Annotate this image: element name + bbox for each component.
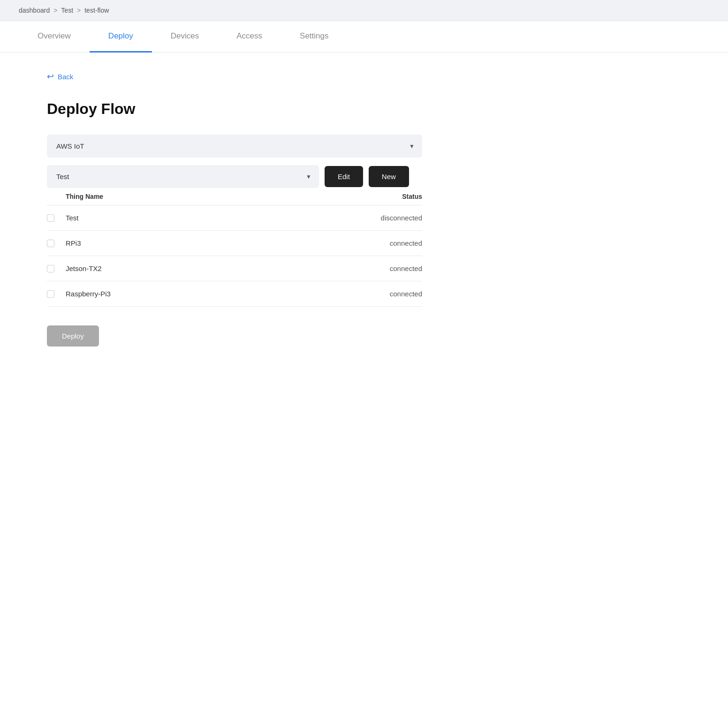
table-header-thing-name: Thing Name [66, 193, 328, 200]
table-row: Test disconnected [47, 205, 422, 231]
row-4-checkbox-cell [47, 290, 66, 298]
breadcrumb: dashboard > Test > test-flow [0, 0, 728, 21]
table-row: RPi3 connected [47, 231, 422, 256]
provider-select[interactable]: AWS IoT Azure IoT Google Cloud IoT [47, 135, 422, 158]
row-4-thing-name: Raspberry-Pi3 [66, 290, 328, 298]
edit-button[interactable]: Edit [325, 166, 363, 187]
row-3-status: connected [328, 264, 422, 272]
table-header: Thing Name Status [47, 188, 422, 205]
page-title: Deploy Flow [47, 100, 681, 118]
row-3-checkbox[interactable] [47, 265, 54, 272]
row-1-checkbox[interactable] [47, 214, 54, 222]
provider-select-wrapper: AWS IoT Azure IoT Google Cloud IoT ▼ [47, 135, 422, 158]
row-3-checkbox-cell [47, 265, 66, 272]
thing-select-wrapper: Test Production Staging ▼ [47, 165, 319, 188]
tab-devices[interactable]: Devices [152, 21, 218, 53]
thing-table: Thing Name Status Test disconnected RPi3… [47, 188, 422, 307]
row-1-checkbox-cell [47, 214, 66, 222]
new-button[interactable]: New [369, 166, 409, 187]
row-4-status: connected [328, 290, 422, 298]
breadcrumb-dashboard[interactable]: dashboard [19, 7, 50, 14]
row-2-checkbox-cell [47, 240, 66, 247]
table-header-checkbox-col [47, 193, 66, 200]
breadcrumb-test-flow[interactable]: test-flow [84, 7, 109, 14]
breadcrumb-sep-2: > [77, 7, 81, 14]
row-2-thing-name: RPi3 [66, 239, 328, 247]
tab-access[interactable]: Access [218, 21, 281, 53]
thing-select[interactable]: Test Production Staging [47, 165, 319, 188]
back-label: Back [58, 73, 73, 81]
main-content: ↩ Back Deploy Flow AWS IoT Azure IoT Goo… [0, 53, 728, 709]
nav-tabs: Overview Deploy Devices Access Settings [0, 21, 728, 53]
back-arrow-icon: ↩ [47, 71, 54, 82]
deploy-button[interactable]: Deploy [47, 325, 99, 347]
table-row: Jetson-TX2 connected [47, 256, 422, 281]
row-2-checkbox[interactable] [47, 240, 54, 247]
tab-deploy[interactable]: Deploy [90, 21, 152, 53]
tab-overview[interactable]: Overview [19, 21, 90, 53]
thing-select-row: Test Production Staging ▼ Edit New [47, 165, 681, 188]
table-row: Raspberry-Pi3 connected [47, 281, 422, 307]
tab-settings[interactable]: Settings [281, 21, 347, 53]
row-4-checkbox[interactable] [47, 290, 54, 298]
row-1-thing-name: Test [66, 214, 328, 222]
row-2-status: connected [328, 239, 422, 247]
back-link[interactable]: ↩ Back [47, 71, 73, 82]
breadcrumb-sep-1: > [53, 7, 57, 14]
table-header-status: Status [328, 193, 422, 200]
row-1-status: disconnected [328, 214, 422, 222]
row-3-thing-name: Jetson-TX2 [66, 264, 328, 272]
breadcrumb-test[interactable]: Test [61, 7, 73, 14]
